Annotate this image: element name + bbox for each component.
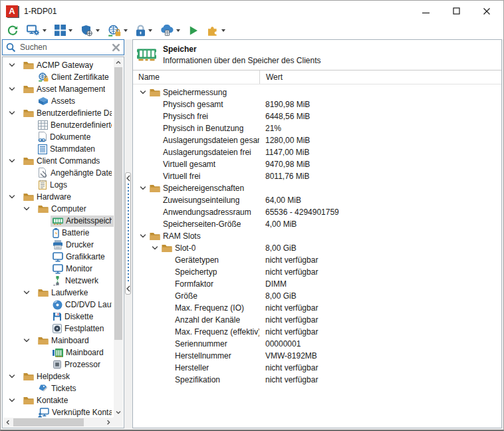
table-row[interactable]: Physisch in Benutzung21% — [133, 122, 501, 134]
table-row[interactable]: Auslagerungsdateien gesamt1280,00 MiB — [133, 134, 501, 146]
sidebar-item-asset-management[interactable]: Asset Management — [3, 83, 114, 95]
sidebar-item-client-zertifikate[interactable]: Client Zertifikate — [3, 71, 114, 83]
table-row[interactable]: Max. Frequenz (IO)nicht verfügbar — [133, 302, 501, 314]
chevron-down-icon[interactable] — [151, 244, 162, 252]
chevron-down-icon[interactable] — [7, 396, 21, 404]
sidebar-item-arbeitsspeicher[interactable]: Arbeitsspeicher — [3, 215, 114, 227]
sidebar-item-monitor[interactable]: Monitor — [3, 263, 114, 275]
sidebar-item-prozessor[interactable]: Prozessor — [3, 359, 114, 370]
clear-icon[interactable] — [112, 43, 120, 52]
sidebar-item-assets[interactable]: Assets — [3, 95, 114, 107]
sidebar-item-hardware[interactable]: Hardware — [3, 191, 114, 203]
chevron-down-icon[interactable] — [139, 184, 150, 192]
table-row[interactable]: Speichereigenschaften — [133, 182, 501, 194]
sidebar-item-computer[interactable]: Computer — [3, 203, 114, 215]
collapse-left-icon[interactable] — [126, 285, 131, 292]
chevron-down-icon[interactable] — [7, 372, 21, 380]
table-row[interactable]: Physisch frei6448,56 MiB — [133, 110, 501, 122]
chevron-down-icon[interactable] — [139, 88, 150, 96]
table-row[interactable]: Anwendungsadressraum65536 - 4294901759 — [133, 206, 501, 218]
sidebar-item-logs[interactable]: Logs — [3, 179, 114, 191]
table-row[interactable]: Zuweisungseinteilung64,00 MiB — [133, 194, 501, 206]
chevron-down-icon[interactable] — [139, 232, 150, 240]
table-row[interactable]: RAM Slots — [133, 230, 501, 242]
sidebar-item-tickets[interactable]: Tickets — [3, 382, 114, 394]
search-input[interactable] — [19, 42, 109, 53]
chevron-down-icon[interactable] — [21, 289, 36, 297]
scrollbar-thumb[interactable] — [13, 418, 84, 426]
refresh-button[interactable] — [4, 23, 21, 38]
table-row[interactable]: Gerätetypennicht verfügbar — [133, 254, 501, 266]
dropdown-caret-icon[interactable] — [124, 29, 128, 32]
sidebar-item-mainboard[interactable]: Mainboard — [3, 335, 114, 347]
dropdown-caret-icon[interactable] — [68, 29, 72, 32]
sidebar-item-helpdesk[interactable]: Helpdesk — [3, 370, 114, 382]
close-button[interactable] — [471, 1, 502, 21]
client-commands-button[interactable] — [24, 23, 49, 37]
sidebar-item-festplatten[interactable]: Festplatten — [3, 323, 114, 335]
table-row[interactable]: Speicherseiten-Größe4,00 MiB — [133, 218, 501, 230]
table-row[interactable]: Seriennummer00000001 — [133, 338, 501, 350]
splitter-handle[interactable] — [125, 172, 131, 295]
maximize-button[interactable] — [441, 1, 471, 21]
sidebar-item-cd-dvd-laufwerke[interactable]: CD/DVD Laufwerke — [3, 299, 114, 311]
scrollbar-thumb[interactable] — [114, 67, 122, 340]
scroll-down-icon[interactable] — [114, 408, 123, 417]
table-row[interactable]: Größe8,00 GiB — [133, 290, 501, 302]
table-row[interactable]: Anzahl der Kanälenicht verfügbar — [133, 314, 501, 326]
remote-access-button[interactable] — [158, 23, 183, 37]
column-header-wert[interactable]: Wert — [259, 71, 501, 84]
tree-vertical-scrollbar[interactable] — [114, 58, 123, 417]
sidebar-item-mainboard[interactable]: Mainboard — [3, 347, 114, 359]
sidebar-item-verknüpfte-kontakte[interactable]: Verknüpfte Kontakte — [3, 406, 114, 418]
table-row[interactable]: Max. Frequenz (effektiv)nicht verfügbar — [133, 326, 501, 338]
plugins-button[interactable] — [204, 23, 228, 37]
sidebar-item-laufwerke[interactable]: Laufwerke — [3, 287, 114, 299]
scroll-left-icon[interactable] — [3, 418, 13, 427]
table-row[interactable]: Auslagerungsdateien frei1147,00 MiB — [133, 146, 501, 158]
chevron-down-icon[interactable] — [21, 337, 36, 345]
gateway-certificates-button[interactable] — [105, 23, 130, 38]
table-row[interactable]: Physisch gesamt8190,98 MiB — [133, 98, 501, 110]
table-row[interactable]: FormfaktorDIMM — [133, 278, 501, 290]
chevron-down-icon[interactable] — [7, 157, 21, 165]
sidebar-item-client-commands[interactable]: Client Commands — [3, 155, 114, 167]
dropdown-caret-icon[interactable] — [43, 29, 47, 32]
dropdown-caret-icon[interactable] — [148, 29, 152, 32]
lock-button[interactable] — [133, 23, 155, 38]
sidebar-item-diskette[interactable]: Diskette — [3, 311, 114, 323]
dropdown-caret-icon[interactable] — [221, 29, 225, 32]
sidebar-item-netzwerk[interactable]: Netzwerk — [3, 275, 114, 287]
chevron-down-icon[interactable] — [21, 205, 36, 213]
sidebar-item-batterie[interactable]: Batterie — [3, 227, 114, 239]
table-row[interactable]: Slot-08,00 GiB — [133, 242, 501, 254]
sidebar-item-drucker[interactable]: Drucker — [3, 239, 114, 251]
sidebar-item-benutzerdefinierte-daten[interactable]: Benutzerdefinierte Daten — [3, 107, 114, 119]
run-button[interactable] — [186, 24, 201, 37]
table-row[interactable]: HerstellnummerVMW-8192MB — [133, 350, 501, 362]
panel-splitter[interactable] — [124, 39, 132, 428]
minimize-button[interactable] — [410, 1, 441, 21]
chevron-down-icon[interactable] — [7, 109, 21, 117]
view-tiles-button[interactable] — [52, 23, 75, 37]
chevron-down-icon[interactable] — [7, 193, 21, 201]
sidebar-item-stammdaten[interactable]: Stammdaten — [3, 143, 114, 155]
scroll-right-icon[interactable] — [104, 418, 113, 427]
sidebar-item-grafikkarte[interactable]: Grafikkarte — [3, 251, 114, 263]
dropdown-caret-icon[interactable] — [96, 29, 100, 32]
table-row[interactable]: Speichermessung — [133, 86, 501, 98]
table-row[interactable]: Virtuell gesamt9470,98 MiB — [133, 158, 501, 170]
table-row[interactable]: Spezifikationnicht verfügbar — [133, 374, 501, 386]
dropdown-caret-icon[interactable] — [176, 29, 180, 32]
table-row[interactable]: Speichertypnicht verfügbar — [133, 266, 501, 278]
sidebar-item-benutzerdefinierte-felder[interactable]: Benutzerdefinierte Felder — [3, 119, 114, 131]
chevron-down-icon[interactable] — [7, 61, 21, 69]
security-button[interactable] — [78, 23, 102, 38]
chevron-down-icon[interactable] — [7, 85, 21, 93]
sidebar-item-acmp-gateway[interactable]: ACMP Gateway — [3, 59, 114, 71]
tree-horizontal-scrollbar[interactable] — [3, 418, 113, 427]
sidebar-item-angehängte-dateien[interactable]: Angehängte Dateien — [3, 167, 114, 179]
scroll-up-icon[interactable] — [114, 58, 123, 67]
column-header-name[interactable]: Name — [133, 72, 259, 82]
collapse-left-icon[interactable] — [126, 175, 131, 182]
